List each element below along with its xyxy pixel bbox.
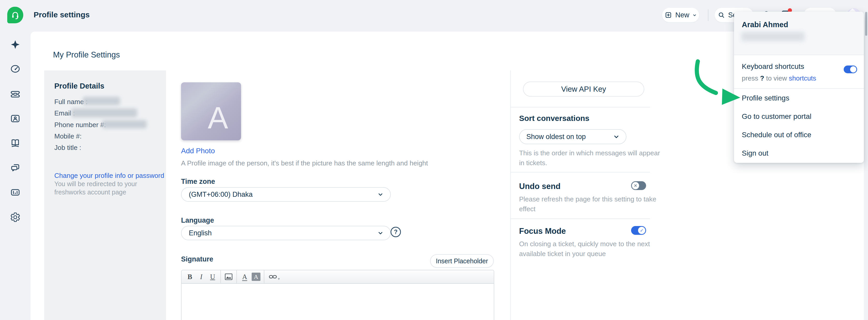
undo-send-heading: Undo send — [519, 182, 560, 191]
new-button-label: New — [675, 11, 689, 19]
keyboard-shortcuts-label: Keyboard shortcuts — [742, 62, 804, 71]
undo-send-toggle[interactable]: ✕ — [631, 181, 646, 190]
book-icon — [10, 138, 21, 148]
plus-square-icon — [664, 11, 672, 19]
font-color-button[interactable]: A — [239, 271, 250, 282]
bar-chart-icon — [10, 187, 21, 198]
user-menu-header: Arabi Ahmed — [734, 12, 864, 55]
contact-card-icon — [10, 113, 21, 124]
check-icon: ✓ — [638, 227, 645, 234]
menu-item-sign-out[interactable]: Sign out — [734, 144, 864, 162]
field-phone-label: Phone number #: — [54, 121, 106, 129]
field-mobile-label: Mobile #: — [54, 132, 82, 140]
question-glyph: ? — [394, 229, 398, 236]
highlight-color-button[interactable]: A — [250, 271, 262, 282]
link-icon — [269, 274, 277, 280]
timezone-select[interactable]: (GMT+06:00) Dhaka — [181, 187, 391, 202]
sidebar-item-knowledge-base[interactable] — [10, 138, 21, 148]
freshdesk-logo[interactable] — [7, 7, 23, 23]
signature-textarea[interactable] — [182, 284, 494, 320]
view-api-key-button[interactable]: View API Key — [523, 82, 644, 96]
sort-hint-line1: This is the order in which messages will… — [519, 148, 660, 158]
left-sidebar — [0, 30, 31, 320]
sort-hint-line2: in tickets. — [519, 158, 547, 168]
underline-button[interactable]: U — [207, 271, 218, 282]
sidebar-item-settings[interactable] — [10, 212, 21, 223]
gear-icon — [10, 212, 21, 223]
keyboard-shortcuts-hint: press ? to view shortcuts — [742, 74, 816, 82]
page-heading: My Profile Settings — [53, 50, 120, 60]
toolbar-separator — [264, 270, 264, 284]
chevron-down-icon — [692, 13, 697, 17]
language-label: Language — [181, 216, 214, 225]
insert-image-button[interactable] — [223, 271, 234, 282]
change-profile-link[interactable]: Change your profile info or password — [54, 172, 164, 180]
menu-item-profile-settings[interactable]: Profile settings — [734, 89, 864, 107]
sidebar-item-sparkle[interactable] — [10, 39, 21, 50]
toolbar-separator — [237, 270, 237, 284]
profile-photo-initial: A — [208, 103, 228, 133]
menu-item-customer-portal[interactable]: Go to customer portal — [734, 107, 864, 125]
sort-conversations-select[interactable]: Show oldest on top — [519, 129, 626, 144]
chat-bubbles-icon — [10, 162, 21, 173]
signature-editor: B I U A A — [181, 270, 494, 320]
insert-placeholder-button[interactable]: Insert Placeholder — [430, 254, 494, 268]
editor-toolbar: B I U A A — [182, 270, 494, 284]
scrollbar-thumb[interactable] — [865, 12, 867, 36]
keyboard-shortcuts-toggle[interactable] — [844, 65, 857, 73]
page-title: Profile settings — [34, 10, 90, 19]
add-photo-link[interactable]: Add Photo — [181, 147, 215, 155]
x-icon: ✕ — [632, 182, 639, 189]
hint-prefix: press — [742, 74, 758, 82]
focus-mode-toggle[interactable]: ✓ — [631, 226, 646, 235]
timezone-value: (GMT+06:00) Dhaka — [189, 191, 253, 199]
sort-value: Show oldest on top — [526, 133, 586, 141]
language-select[interactable]: English — [181, 226, 391, 240]
signature-label: Signature — [181, 255, 213, 263]
ticket-icon — [10, 89, 21, 100]
insert-link-button[interactable]: ▾ — [267, 271, 282, 282]
focus-mode-hint-line1: On closing a ticket, quickly move to the… — [519, 239, 650, 249]
language-help-icon[interactable]: ? — [391, 227, 401, 237]
section-divider — [510, 219, 650, 219]
timezone-label: Time zone — [181, 178, 215, 186]
chevron-down-icon — [613, 133, 620, 140]
redacted-user-email — [741, 32, 805, 41]
sidebar-item-tickets[interactable] — [10, 89, 21, 100]
topbar-divider — [708, 9, 708, 21]
keyboard-shortcuts-row: Keyboard shortcuts press ? to view short… — [734, 55, 864, 89]
image-icon — [224, 273, 233, 281]
bold-button[interactable]: B — [184, 271, 195, 282]
sort-conversations-heading: Sort conversations — [519, 114, 589, 123]
page: Profile settings New Search — [0, 0, 868, 320]
sidebar-item-conversations[interactable] — [10, 162, 21, 173]
photo-hint: A Profile image of the person, it's best… — [181, 159, 428, 167]
section-divider — [510, 172, 650, 172]
chevron-down-icon — [377, 191, 383, 198]
focus-mode-hint-line2: available ticket in your queue — [519, 249, 606, 259]
menu-item-out-of-office[interactable]: Schedule out of office — [734, 125, 864, 144]
profile-photo[interactable]: A — [181, 82, 241, 140]
profile-details-panel: Profile Details Full name : Email : Phon… — [44, 70, 166, 320]
sidebar-item-dashboard[interactable] — [10, 63, 21, 74]
undo-send-hint-line1: Please refresh the page for this setting… — [519, 194, 656, 204]
language-value: English — [189, 229, 212, 237]
profile-details-heading: Profile Details — [54, 82, 104, 90]
redacted-email — [71, 109, 137, 117]
user-name: Arabi Ahmed — [742, 21, 788, 29]
column-divider — [510, 70, 511, 320]
sidebar-item-analytics[interactable] — [10, 187, 21, 198]
hint-key: ? — [760, 74, 764, 82]
highlight-swatch: A — [252, 272, 260, 281]
focus-mode-heading: Focus Mode — [519, 227, 566, 236]
dashboard-gauge-icon — [10, 63, 21, 74]
toolbar-separator — [220, 270, 221, 284]
shortcuts-link[interactable]: shortcuts — [789, 74, 816, 82]
new-button[interactable]: New — [662, 8, 699, 22]
sparkle-icon — [10, 39, 21, 50]
user-menu: Arabi Ahmed Keyboard shortcuts press ? t… — [734, 12, 864, 163]
change-profile-note-line1: You will be redirected to your — [54, 180, 137, 188]
italic-button[interactable]: I — [195, 271, 207, 282]
sidebar-item-contacts[interactable] — [10, 113, 21, 124]
redacted-phone — [102, 120, 147, 128]
